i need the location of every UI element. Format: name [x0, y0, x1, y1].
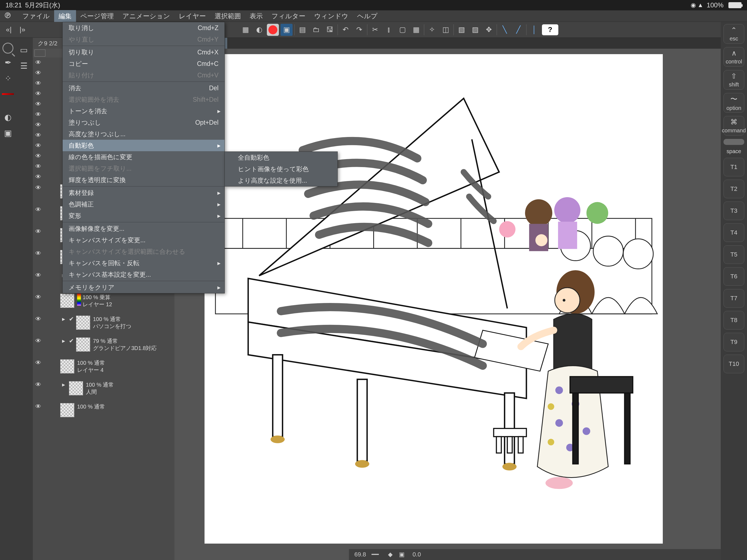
menu-item[interactable]: トーンを消去▸ [62, 105, 225, 117]
app-logo-icon[interactable]: ℗ [4, 11, 14, 21]
menu-item[interactable]: 画像解像度を変更... [62, 223, 225, 234]
touch-key-T2[interactable]: T2 [723, 180, 744, 198]
menu-編集[interactable]: 編集 [54, 10, 76, 22]
pencil-tool-icon[interactable] [1, 87, 15, 101]
layers-icon[interactable]: ☰ [17, 58, 31, 73]
blend-tool-icon[interactable]: ◐ [1, 110, 15, 124]
menu-item[interactable]: 消去Del [62, 82, 225, 94]
touch-key-T9[interactable]: T9 [723, 333, 744, 351]
layer-row[interactable]: 👁▸✔79 % 通常グランドピアノ3D1.8対応 [33, 335, 175, 357]
undo-icon[interactable]: ↶ [340, 24, 352, 36]
snap-parallel-icon[interactable]: ╱ [512, 24, 524, 36]
menu-item[interactable]: 変形▸ [62, 210, 225, 222]
menu-item[interactable]: メモリをクリア▸ [62, 282, 225, 293]
layer-row[interactable]: 👁▸100 % 通常人間 [33, 379, 175, 401]
touch-key-T3[interactable]: T3 [723, 202, 744, 220]
visibility-icon[interactable]: 👁 [33, 70, 44, 77]
ruler-icon[interactable]: ⫿ [383, 24, 395, 36]
visibility-icon[interactable]: 👁 [33, 184, 44, 192]
menu-ウィンドウ[interactable]: ウィンドウ [310, 10, 353, 22]
submenu-item[interactable]: 全自動彩色 [225, 152, 337, 163]
visibility-icon[interactable]: 👁 [33, 206, 44, 213]
visibility-icon[interactable]: 👁 [33, 228, 44, 235]
open-folder-icon[interactable]: 🗀 [310, 24, 322, 36]
document-tab[interactable]: ク9 2/2 [33, 38, 64, 49]
menu-item[interactable]: 切り取りCmd+X [62, 47, 225, 58]
menu-表示[interactable]: 表示 [245, 10, 267, 22]
submenu-item[interactable]: ヒント画像を使って彩色 [225, 163, 337, 175]
submenu-item[interactable]: より高度な設定を使用... [225, 175, 337, 186]
visibility-icon[interactable]: 👁 [33, 403, 44, 410]
menu-item[interactable]: 自動彩色▸ [62, 140, 225, 151]
menu-item[interactable]: 色調補正▸ [62, 199, 225, 210]
layer-row[interactable]: 👁100 % 通常レイヤー 4 [33, 357, 175, 379]
visibility-icon[interactable]: 👁 [33, 80, 44, 87]
visibility-icon[interactable]: 👁 [33, 272, 44, 279]
layer-row[interactable]: 👁▸✔100 % 通常パソコンを打つ [33, 313, 175, 335]
grid-icon[interactable]: ▦ [410, 24, 422, 36]
touch-key-T4[interactable]: T4 [723, 223, 744, 242]
modifier-key-command[interactable]: ⌘command [723, 116, 744, 136]
touch-key-T5[interactable]: T5 [723, 245, 744, 264]
menu-レイヤー[interactable]: レイヤー [175, 10, 210, 22]
toggle-right-icon[interactable]: |» [17, 24, 28, 36]
selection-icon[interactable]: ◫ [440, 24, 452, 36]
space-key[interactable] [723, 139, 744, 145]
touch-key-T10[interactable]: T10 [723, 355, 744, 373]
menu-item[interactable]: 取り消しCmd+Z [62, 22, 225, 34]
menu-ヘルプ[interactable]: ヘルプ [353, 10, 382, 22]
layer-row[interactable]: 👁100 % 通常 [33, 401, 175, 423]
record-icon[interactable] [267, 24, 279, 36]
magnifier-icon[interactable] [2, 43, 14, 54]
menu-item[interactable]: キャンバス基本設定を変更... [62, 269, 225, 280]
toggle-left-icon[interactable]: «| [3, 24, 15, 36]
cut-icon[interactable]: ✂ [369, 24, 381, 36]
move-icon[interactable]: ✥ [483, 24, 495, 36]
smartphone-icon[interactable]: ▣ [281, 24, 292, 36]
canvas[interactable] [205, 54, 663, 543]
modifier-key-shift[interactable]: ⇧shift [723, 70, 744, 90]
subtool-icon[interactable]: ▭ [17, 43, 31, 57]
crop-icon[interactable]: ▧ [456, 24, 468, 36]
menu-item[interactable]: キャンバスを回転・反転▸ [62, 257, 225, 269]
screen-icon[interactable]: ▢ [396, 24, 409, 36]
menu-item[interactable]: 素材登録▸ [62, 187, 225, 199]
visibility-icon[interactable]: 👁 [33, 359, 44, 366]
brush-tool-icon[interactable]: ✒ [1, 55, 15, 70]
visibility-icon[interactable]: 👁 [33, 337, 44, 345]
touch-key-T6[interactable]: T6 [723, 267, 744, 286]
modifier-key-esc[interactable]: ⌃esc [723, 24, 744, 44]
menu-item[interactable]: 線の色を描画色に変更 [62, 151, 225, 163]
menu-ページ管理[interactable]: ページ管理 [76, 10, 118, 22]
help-icon[interactable]: ? [542, 24, 558, 35]
visibility-icon[interactable]: 👁 [33, 250, 44, 257]
wand-icon[interactable]: ✧ [426, 24, 438, 36]
snap-icon[interactable]: ◐ [253, 24, 265, 36]
touch-key-T7[interactable]: T7 [723, 289, 744, 308]
folder-toggle-icon[interactable]: ▸ [60, 315, 67, 323]
folder-toggle-icon[interactable]: ▸ [60, 337, 67, 345]
menu-ファイル[interactable]: ファイル [18, 10, 54, 22]
visibility-icon[interactable]: 👁 [33, 294, 44, 301]
snap-special-icon[interactable]: │ [528, 24, 540, 36]
new-file-icon[interactable]: ▤ [297, 24, 308, 36]
modifier-key-option[interactable]: 〜option [723, 93, 744, 113]
menu-item[interactable]: 輝度を透明度に変換 [62, 174, 225, 186]
menu-フィルター[interactable]: フィルター [267, 10, 310, 22]
canvas-viewport[interactable]: 69.8 ━━ ◆ ▣ 0.0 [175, 49, 734, 560]
snap-perspective-icon[interactable]: ╲ [499, 24, 511, 36]
transform-icon[interactable]: ▨ [469, 24, 481, 36]
redo-icon[interactable]: ↷ [353, 24, 365, 36]
menu-item[interactable]: キャンバスサイズを変更... [62, 234, 225, 246]
visibility-icon[interactable]: 👁 [33, 90, 44, 97]
visibility-icon[interactable]: 👁 [33, 132, 44, 139]
modifier-key-control[interactable]: ∧control [723, 47, 744, 67]
visibility-icon[interactable]: 👁 [33, 142, 44, 149]
visibility-icon[interactable]: 👁 [33, 111, 44, 118]
visibility-icon[interactable]: 👁 [33, 163, 44, 170]
menu-item[interactable]: 高度な塗りつぶし... [62, 128, 225, 140]
visibility-icon[interactable]: 👁 [33, 153, 44, 160]
menu-アニメーション[interactable]: アニメーション [118, 10, 175, 22]
visibility-icon[interactable]: 👁 [33, 173, 44, 180]
menu-選択範囲[interactable]: 選択範囲 [210, 10, 245, 22]
